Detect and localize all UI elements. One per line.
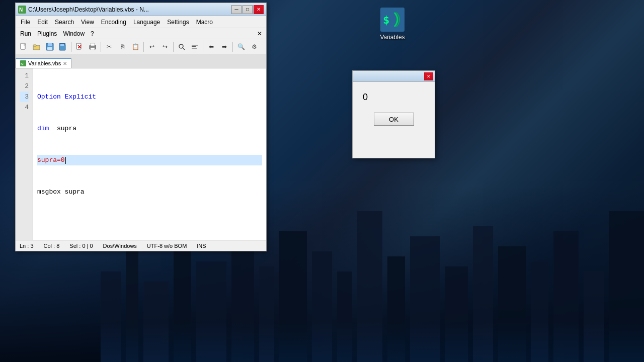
svg-line-20 (183, 48, 185, 50)
status-sel: Sel : 0 | 0 (69, 243, 93, 249)
status-eol: Dos\Windows (103, 243, 137, 249)
menu-search[interactable]: Search (52, 18, 77, 27)
toolbar-save[interactable] (44, 41, 56, 52)
message-dialog: ✕ 0 OK (352, 70, 435, 158)
menu-help[interactable]: ? (88, 30, 97, 38)
desktop-icon-label: Variables (380, 34, 405, 41)
menu-bar2: Run Plugins Window ? ✕ (16, 28, 266, 39)
line-number-1: 1 (20, 70, 29, 81)
svg-text:N: N (19, 7, 23, 13)
tab-file-icon: N (20, 60, 26, 66)
toolbar-settings2[interactable]: ⚙ (248, 41, 260, 52)
svg-rect-9 (47, 47, 52, 50)
close-button[interactable]: ✕ (254, 5, 264, 14)
menu-window[interactable]: Window (60, 30, 87, 38)
toolbar: ✂ ⎘ 📋 ↩ ↪ ⬅ ➡ 🔍 ⚙ (16, 39, 266, 54)
svg-rect-18 (91, 48, 95, 50)
menu-encoding[interactable]: Encoding (98, 18, 129, 27)
dialog-ok-button[interactable]: OK (374, 113, 414, 126)
toolbar-sep5 (203, 42, 203, 52)
svg-rect-8 (48, 43, 52, 46)
menu-plugins[interactable]: Plugins (35, 30, 59, 38)
toolbar-new[interactable] (18, 41, 30, 52)
code-line-3: supra=0 (37, 155, 262, 165)
status-ln: Ln : 3 (20, 243, 34, 249)
svg-rect-12 (59, 43, 65, 44)
toolbar-redo[interactable]: ↪ (159, 41, 171, 52)
toolbar-sep4 (173, 42, 174, 52)
toolbar-next[interactable]: ➡ (218, 41, 230, 52)
line-number-2: 2 (20, 81, 29, 92)
svg-point-19 (179, 44, 183, 48)
menu-file[interactable]: File (18, 18, 33, 27)
desktop-icon-variables[interactable]: $ Variables (372, 8, 413, 41)
toolbar-copy[interactable]: ⎘ (116, 41, 128, 52)
window-titlebar: N C:\Users\Joseph\Desktop\Variables.vbs … (16, 3, 266, 16)
window-title: C:\Users\Joseph\Desktop\Variables.vbs - … (28, 6, 149, 13)
toolbar-sep1 (71, 42, 71, 52)
code-editor[interactable]: Option Explicit dim supra supra=0 msgbox… (33, 68, 266, 240)
menu-settings[interactable]: Settings (164, 18, 192, 27)
toolbar-cut[interactable]: ✂ (103, 41, 115, 52)
menu-macro[interactable]: Macro (193, 18, 216, 27)
code-line-1: Option Explicit (37, 92, 262, 102)
svg-rect-21 (192, 45, 198, 46)
status-encoding: UTF-8 w/o BOM (147, 243, 187, 249)
dialog-titlebar: ✕ (353, 71, 435, 82)
toolbar-find[interactable] (176, 41, 188, 52)
variables-icon: $ (380, 8, 405, 32)
menu-edit[interactable]: Edit (34, 18, 51, 27)
restore-button[interactable]: □ (243, 5, 253, 14)
desktop: $ Variables N C:\Users\Joseph\Desktop\Va… (0, 0, 644, 362)
status-ins: INS (197, 243, 206, 249)
svg-rect-6 (33, 45, 36, 46)
toolbar-print[interactable] (87, 41, 99, 52)
dialog-close-button[interactable]: ✕ (424, 72, 433, 80)
toolbar-saveall[interactable] (57, 41, 69, 52)
notepad-window: N C:\Users\Joseph\Desktop\Variables.vbs … (15, 3, 267, 251)
line-numbers: 1 2 3 4 (16, 68, 33, 240)
status-bar: Ln : 3 Col : 8 Sel : 0 | 0 Dos\Windows U… (16, 240, 266, 251)
toolbar-sep3 (143, 42, 144, 52)
menu-run[interactable]: Run (18, 30, 34, 38)
menu-bar: File Edit Search View Encoding Language … (16, 16, 266, 28)
svg-rect-23 (192, 48, 197, 49)
status-col: Col : 8 (44, 243, 60, 249)
titlebar-buttons: ─ □ ✕ (231, 5, 264, 14)
toolbar-undo[interactable]: ↩ (146, 41, 158, 52)
line-number-3: 3 (20, 92, 29, 102)
menu-view[interactable]: View (78, 18, 97, 27)
editor-area[interactable]: 1 2 3 4 Option Explicit dim supra supra=… (16, 68, 266, 240)
line-number-4: 4 (20, 102, 29, 113)
svg-text:N: N (21, 62, 24, 66)
toolbar-prev[interactable]: ⬅ (205, 41, 217, 52)
toolbar-zoomin[interactable]: 🔍 (235, 41, 247, 52)
code-line-2: dim supra (37, 123, 262, 134)
toolbar-sep6 (232, 42, 233, 52)
toolbar-open[interactable] (31, 41, 43, 52)
dialog-value: 0 (363, 92, 368, 103)
toolbar-close[interactable] (73, 41, 86, 52)
menu-close-x[interactable]: ✕ (255, 30, 264, 37)
dialog-content: 0 OK (353, 82, 435, 131)
toolbar-paste[interactable]: 📋 (129, 41, 141, 52)
tab-variables[interactable]: N Variables.vbs ✕ (16, 58, 71, 68)
minimize-button[interactable]: ─ (231, 5, 242, 14)
tab-label: Variables.vbs (28, 60, 61, 66)
svg-rect-11 (60, 44, 64, 46)
svg-rect-22 (192, 46, 196, 47)
svg-text:$: $ (383, 14, 389, 26)
svg-rect-17 (91, 43, 95, 46)
tab-bar: N Variables.vbs ✕ (16, 54, 266, 68)
menu-language[interactable]: Language (130, 18, 163, 27)
toolbar-goto[interactable] (189, 41, 201, 52)
toolbar-sep2 (101, 42, 101, 52)
titlebar-left: N C:\Users\Joseph\Desktop\Variables.vbs … (18, 6, 149, 14)
code-line-4: msgbox supra (37, 187, 262, 197)
notepad-app-icon: N (18, 6, 26, 14)
tab-close-button[interactable]: ✕ (63, 61, 67, 66)
